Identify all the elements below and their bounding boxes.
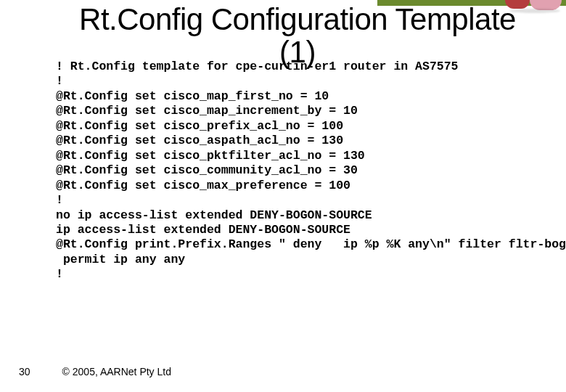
code-line: @Rt.Config set cisco_max_preference = 10… [56, 179, 350, 192]
code-line: ! [56, 74, 63, 88]
code-line: @Rt.Config print.Prefix.Ranges " deny ip… [56, 237, 566, 251]
page-number: 30 [19, 366, 30, 377]
footer: 30 © 2005, AARNet Pty Ltd [19, 366, 171, 377]
code-line: @Rt.Config set cisco_community_acl_no = … [56, 163, 358, 177]
code-line: @Rt.Config set cisco_map_first_no = 10 [56, 89, 329, 103]
code-line: no ip access-list extended DENY-BOGON-SO… [56, 208, 372, 222]
code-line: ! [56, 193, 63, 207]
code-line: @Rt.Config set cisco_map_increment_by = … [56, 104, 358, 118]
code-line: ! Rt.Config template for cpe-curtin-er1 … [56, 60, 459, 73]
code-line: permit ip any any [56, 253, 185, 266]
title-line-1: Rt.Config Configuration Template [79, 2, 516, 36]
code-block: ! Rt.Config template for cpe-curtin-er1 … [56, 60, 559, 282]
code-line: @Rt.Config set cisco_aspath_acl_no = 130 [56, 134, 343, 147]
copyright: © 2005, AARNet Pty Ltd [62, 366, 171, 377]
code-line: ip access-list extended DENY-BOGON-SOURC… [56, 223, 350, 237]
slide: Rt.Config Configuration Template (1) ! R… [0, 0, 566, 392]
code-line: ! [56, 267, 63, 281]
code-line: @Rt.Config set cisco_prefix_acl_no = 100 [56, 119, 343, 133]
code-line: @Rt.Config set cisco_pktfilter_acl_no = … [56, 149, 365, 163]
